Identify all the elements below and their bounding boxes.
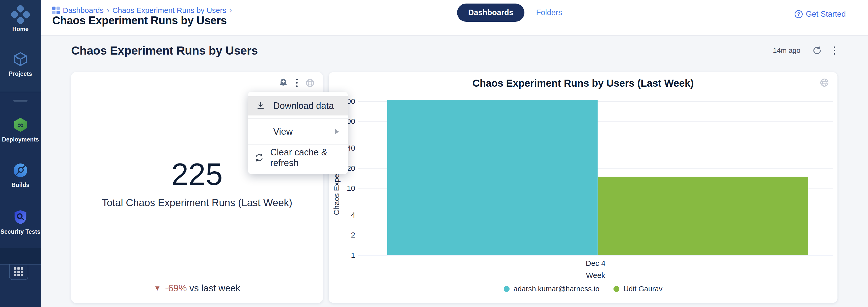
breadcrumb-separator: › [107,5,110,15]
page-title: Chaos Experiment Runs by Users [52,14,227,27]
y-tick-label: 1 [351,251,355,259]
tile-globe-icon[interactable] [305,78,315,88]
bar-adarsh.kumar@harness.io[interactable] [387,100,597,255]
dashboards-grid-icon [52,6,60,14]
menu-item-label: View [273,126,292,137]
tile-context-menu: Download data View Clear cache & refresh [248,92,348,174]
delta-suffix: vs last week [189,283,240,294]
get-started-link[interactable]: ? Get Started [795,9,846,19]
module-picker-button[interactable] [9,264,28,280]
top-header: Dashboards › Chaos Experiment Runs by Us… [41,0,868,36]
breadcrumb-dashboards[interactable]: Dashboards [63,6,104,15]
last-refresh-label: 14m ago [773,47,800,55]
y-tick-label: 20 [347,164,355,173]
bar-chart-tile: Chaos Experiment Runs by Users (Last Wee… [329,72,837,303]
sidebar-divider [0,92,41,92]
menu-item-label: Clear cache & refresh [270,147,348,168]
sidebar-item-home[interactable]: Home [0,5,41,33]
tab-dashboards[interactable]: Dashboards [457,3,524,22]
plot-area [358,93,833,255]
tile-actions [278,78,315,88]
cd-hexagon-icon: ∞ [12,117,28,134]
grid-icon [14,267,23,276]
sidebar-item-projects[interactable]: Projects [0,51,41,77]
sidebar-collapse-strip[interactable] [0,248,41,264]
tile-delta: ▼ -69% vs last week [71,283,323,294]
chart-globe-icon[interactable] [819,78,829,87]
delta-value: -69% [165,283,187,294]
legend-dot-icon [614,286,619,292]
legend-label: adarsh.kumar@harness.io [514,285,599,293]
breadcrumb: Dashboards › Chaos Experiment Runs by Us… [52,5,232,15]
header-tabs: Dashboards Folders [457,3,562,22]
sidebar: Home Projects ∞ Deployments [0,0,41,307]
y-tick-label: 2 [351,231,355,239]
breadcrumb-separator: › [229,5,232,15]
download-icon [248,101,273,111]
x-axis-title: Week [358,271,833,280]
tile-label: Total Chaos Experiment Runs (Last Week) [71,197,323,208]
alert-bell-plus-icon[interactable] [278,78,288,88]
svg-text:∞: ∞ [17,120,24,130]
tile-kebab-menu-button[interactable] [296,79,298,87]
delta-down-icon: ▼ [154,284,161,292]
menu-item-label: Download data [273,101,334,111]
harness-home-icon [10,4,31,26]
dashboard-toolbar: 14m ago [773,46,835,55]
menu-item-clear-cache-refresh[interactable]: Clear cache & refresh [248,145,348,171]
chart-legend: adarsh.kumar@harness.ioUdit Gaurav [329,285,837,293]
bar-Udit Gaurav[interactable] [598,177,808,255]
menu-item-view[interactable]: View [248,119,348,144]
refresh-button[interactable] [812,46,822,55]
refresh-cycle-icon [248,153,270,163]
cube-icon [12,51,28,68]
breadcrumb-current-dashboard[interactable]: Chaos Experiment Runs by Users [112,6,226,15]
sidebar-item-security-tests[interactable]: Security Tests [0,209,41,235]
sidebar-item-label: Home [0,26,41,33]
y-tick-label: 40 [347,144,355,152]
sidebar-item-label: Builds [0,182,41,189]
sidebar-item-label: Projects [0,71,41,77]
tab-folders[interactable]: Folders [536,8,562,17]
ci-circle-icon [12,163,28,179]
sidebar-item-label: Deployments [0,136,41,143]
x-axis-category: Dec 4 [358,259,833,268]
legend-item[interactable]: Udit Gaurav [614,285,662,293]
sidebar-item-label: Security Tests [0,228,41,235]
sidebar-item-deployments[interactable]: ∞ Deployments [0,117,41,143]
dashboard-title: Chaos Experiment Runs by Users [71,44,258,57]
chart-title: Chaos Experiment Runs by Users (Last Wee… [329,78,837,89]
sidebar-item-builds[interactable]: Builds [0,163,41,189]
shield-search-icon [12,209,28,226]
submenu-arrow-icon [335,129,339,134]
legend-label: Udit Gaurav [623,285,662,293]
get-started-label: Get Started [806,9,846,19]
menu-item-download-data[interactable]: Download data [248,96,348,115]
sidebar-section-handle [13,100,28,102]
y-tick-label: 4 [351,211,355,219]
legend-dot-icon [504,286,509,292]
help-circle-icon: ? [795,10,803,18]
legend-item[interactable]: adarsh.kumar@harness.io [504,285,599,293]
y-tick-label: 10 [347,184,355,193]
dashboard-kebab-menu-button[interactable] [834,47,835,55]
